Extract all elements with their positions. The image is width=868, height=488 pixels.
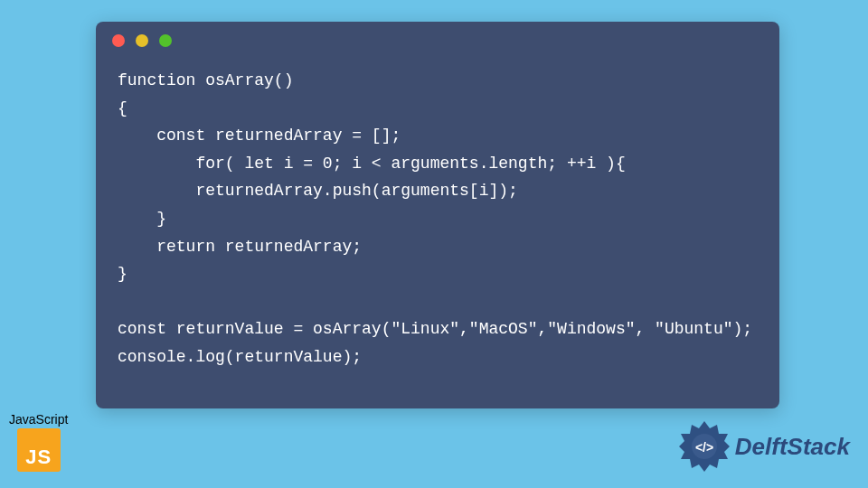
code-window: function osArray() { const returnedArray… bbox=[96, 22, 779, 408]
close-icon bbox=[112, 34, 125, 47]
javascript-label: JavaScript bbox=[9, 412, 68, 427]
maximize-icon bbox=[159, 34, 172, 47]
window-controls bbox=[96, 22, 779, 54]
javascript-icon: JS bbox=[17, 428, 61, 472]
delftstack-logo: </> DelftStack bbox=[677, 419, 850, 474]
javascript-badge: JavaScript JS bbox=[9, 412, 68, 472]
svg-text:</>: </> bbox=[695, 440, 713, 455]
delftstack-icon: </> bbox=[677, 419, 731, 474]
delftstack-text: DelftStack bbox=[735, 433, 850, 461]
javascript-icon-text: JS bbox=[25, 446, 52, 469]
code-block: function osArray() { const returnedArray… bbox=[96, 54, 779, 384]
minimize-icon bbox=[136, 34, 148, 47]
